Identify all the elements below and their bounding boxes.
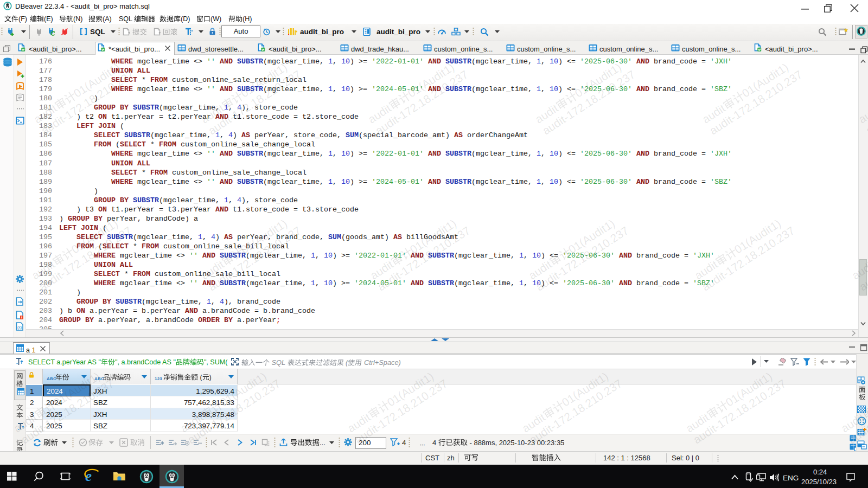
svg-text:(x): (x) [17, 325, 22, 330]
